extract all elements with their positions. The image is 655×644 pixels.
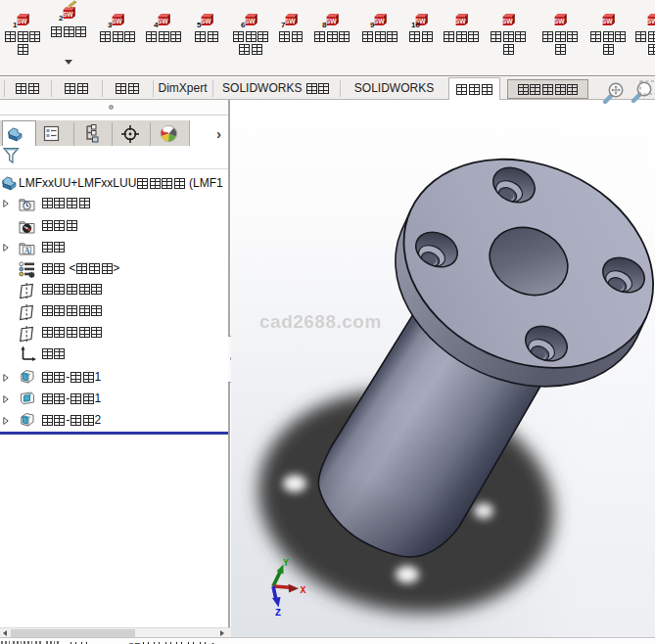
svg-text:SW: SW xyxy=(158,18,169,24)
svg-text:Y: Y xyxy=(283,558,289,569)
svg-text:SW: SW xyxy=(285,18,297,24)
svg-text:SW: SW xyxy=(455,18,467,24)
svg-text:SW: SW xyxy=(374,18,386,24)
svg-text:SW: SW xyxy=(17,18,28,24)
svg-text:SW: SW xyxy=(245,18,257,24)
svg-text:SW: SW xyxy=(554,18,566,24)
svg-text:SW: SW xyxy=(201,18,212,24)
svg-text:SW: SW xyxy=(326,18,338,24)
svg-text:SW: SW xyxy=(502,18,514,24)
svg-text:SW: SW xyxy=(63,11,74,18)
svg-text:X: X xyxy=(300,585,305,596)
svg-text:SW: SW xyxy=(647,18,655,24)
svg-text:SW: SW xyxy=(112,18,123,24)
svg-text:SW: SW xyxy=(602,18,614,24)
svg-text:Z: Z xyxy=(275,608,281,619)
svg-text:A: A xyxy=(23,246,30,255)
